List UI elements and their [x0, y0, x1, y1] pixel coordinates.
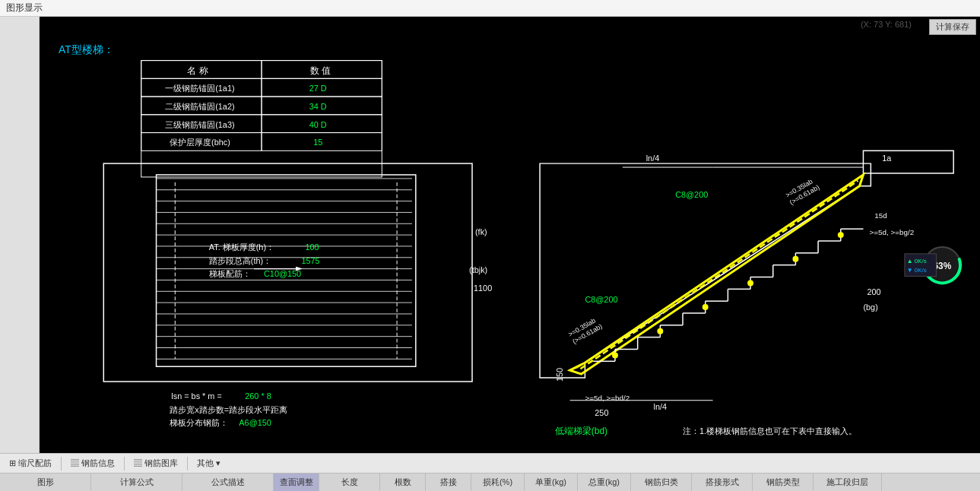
svg-text:100: 100: [305, 242, 319, 252]
svg-text:(fk): (fk): [475, 227, 487, 236]
svg-text:数 值: 数 值: [310, 65, 331, 76]
svg-text:注：1.楼梯板钢筋信息也可在下表中直接输入。: 注：1.楼梯板钢筋信息也可在下表中直接输入。: [683, 426, 857, 436]
svg-line-85: [580, 181, 858, 369]
drawing-svg: AT型楼梯： 名 称 数 值 一级钢筋锚固(1a1) 27 D 二级钢筋锚固(1…: [40, 32, 980, 453]
svg-text:ln/4: ln/4: [654, 402, 668, 411]
svg-text:AT. 梯板厚度(h)：: AT. 梯板厚度(h)：: [209, 242, 274, 252]
svg-text:C8@200: C8@200: [585, 295, 617, 304]
col-unit-weight: 单重(kg): [525, 474, 578, 491]
svg-text:1100: 1100: [474, 284, 492, 293]
toolbar-sep-1: [61, 457, 62, 470]
col-total-weight: 总重(kg): [578, 474, 631, 491]
svg-text:1575: 1575: [301, 256, 319, 265]
svg-text:15: 15: [313, 138, 322, 147]
svg-point-90: [792, 256, 798, 262]
dropdown-icon: ▾: [216, 458, 220, 467]
column-headers: 图形 计算公式 公式描述 查面调整 长度 根数 搭接 损耗(%) 单重(kg) …: [0, 473, 980, 491]
svg-text:(bg): (bg): [863, 303, 877, 312]
coord-display: (X: 73 Y: 681): [861, 20, 912, 29]
col-reinf-class: 钢筋归类: [631, 474, 692, 491]
toolbar-scale-reinf[interactable]: ⊞ 缩尺配筋: [3, 456, 58, 470]
col-graph: 图形: [0, 474, 91, 491]
col-overlap: 搭接: [426, 474, 471, 491]
svg-text:(tbjk): (tbjk): [469, 265, 487, 274]
diagram-title: AT型楼梯：: [59, 43, 114, 55]
reinf-lib-icon: ▤: [134, 458, 142, 467]
svg-text:名 称: 名 称: [187, 65, 208, 76]
title-label: 图形显示: [6, 2, 43, 14]
toolbar-other[interactable]: 其他 ▾: [191, 456, 227, 470]
toolbar-reinf-lib[interactable]: ▤ 钢筋图库: [128, 456, 184, 470]
col-splice-form: 搭接形式: [692, 474, 753, 491]
svg-point-87: [657, 328, 663, 334]
svg-text:lsn = bs * m =: lsn = bs * m =: [171, 391, 221, 401]
svg-text:C10@150: C10@150: [264, 270, 301, 279]
svg-text:15d: 15d: [874, 211, 886, 220]
svg-text:>=5d, >=bg/2: >=5d, >=bg/2: [869, 228, 914, 236]
svg-text:梯板分布钢筋：: 梯板分布钢筋：: [169, 418, 228, 427]
col-count: 根数: [380, 474, 426, 491]
svg-text:▼ 0K/s: ▼ 0K/s: [907, 267, 927, 274]
svg-point-89: [747, 280, 753, 286]
col-adjust: 查面调整: [274, 474, 319, 491]
svg-text:踏步宽x踏步数=踏步段水平距离: 踏步宽x踏步数=踏步段水平距离: [170, 405, 287, 414]
svg-point-88: [702, 304, 709, 310]
svg-point-91: [838, 232, 844, 238]
svg-text:保护层厚度(bhc): 保护层厚度(bhc): [170, 138, 230, 147]
svg-text:▲ 0K/s: ▲ 0K/s: [907, 258, 927, 265]
col-reinf-type: 钢筋类型: [753, 474, 813, 491]
scale-icon: ⊞: [9, 458, 16, 467]
svg-text:C8@200: C8@200: [675, 190, 708, 199]
svg-text:三级钢筋锚固(1a3): 三级钢筋锚固(1a3): [165, 120, 234, 129]
svg-text:低端梯梁(bd): 低端梯梁(bd): [555, 426, 607, 436]
svg-text:ln/4: ln/4: [646, 154, 660, 163]
toolbar-sep-3: [187, 457, 188, 470]
col-desc: 公式描述: [182, 474, 274, 491]
svg-text:二级钢筋锚固(1a2): 二级钢筋锚固(1a2): [165, 102, 234, 111]
svg-marker-60: [570, 175, 864, 374]
svg-text:一级钢筋锚固(1a1): 一级钢筋锚固(1a1): [165, 84, 234, 93]
col-loss: 损耗(%): [471, 474, 525, 491]
content-area: (X: 73 Y: 681) 计算保存 AT型楼梯： 名 称 数 值 一级钢筋锚…: [0, 17, 980, 453]
svg-point-86: [612, 352, 618, 358]
col-formula: 计算公式: [91, 474, 182, 491]
svg-text:200: 200: [867, 287, 880, 296]
svg-text:34 D: 34 D: [309, 102, 327, 111]
svg-rect-58: [863, 150, 953, 173]
svg-text:27 D: 27 D: [309, 84, 327, 93]
main-container: 图形显示 (X: 73 Y: 681) 计算保存 AT型楼梯： 名 称: [0, 0, 980, 491]
svg-text:>=5d, >=bd/2: >=5d, >=bd/2: [585, 394, 630, 402]
svg-text:150: 150: [555, 368, 564, 382]
svg-text:踏步段总高(th)：: 踏步段总高(th)：: [209, 256, 271, 265]
drawing-area: (X: 73 Y: 681) 计算保存 AT型楼梯： 名 称 数 值 一级钢筋锚…: [40, 17, 980, 453]
col-length: 长度: [319, 474, 380, 491]
left-sidebar: [0, 17, 40, 453]
svg-text:40 D: 40 D: [309, 120, 327, 129]
bottom-toolbar: ⊞ 缩尺配筋 ▤ 钢筋信息 ▤ 钢筋图库 其他 ▾: [0, 453, 980, 473]
svg-text:1a: 1a: [882, 154, 892, 163]
reinf-info-icon: ▤: [71, 458, 79, 467]
col-stage: 施工段归层: [813, 474, 882, 491]
svg-text:A6@150: A6@150: [239, 418, 271, 427]
svg-text:260 * 8: 260 * 8: [245, 391, 271, 401]
toolbar-sep-2: [124, 457, 125, 470]
svg-text:梯板配筋：: 梯板配筋：: [208, 270, 251, 279]
title-bar: 图形显示: [0, 0, 980, 17]
svg-text:250: 250: [595, 408, 608, 417]
toolbar-reinf-info[interactable]: ▤ 钢筋信息: [65, 456, 121, 470]
